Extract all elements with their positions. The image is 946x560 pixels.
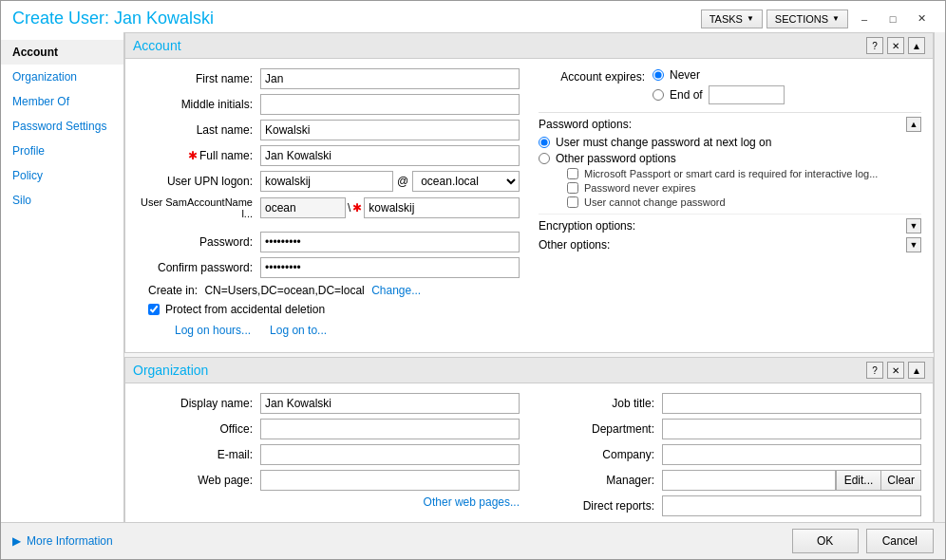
pw-title: Password options: [539, 118, 632, 131]
sam-label: User SamAccountName l... [137, 196, 260, 219]
upn-row: User UPN logon: @ ocean.local [137, 171, 520, 192]
pw-cannot-change-checkbox[interactable] [567, 196, 578, 208]
title-bar: Create User: Jan Kowalski TASKS ▼ SECTIO… [1, 1, 945, 32]
manager-row: Manager: Edit... Clear [539, 470, 921, 491]
org-form-left: Display name: Office: E-mail: [137, 393, 520, 521]
minimize-button[interactable]: – [852, 9, 877, 28]
job-title-row: Job title: [539, 393, 921, 414]
content-area: Account ? ✕ ▲ First name: [124, 32, 934, 522]
create-in-path: CN=Users,DC=ocean,DC=local [204, 284, 364, 297]
pw-passport-option: Microsoft Passport or smart card is requ… [539, 168, 921, 179]
other-options-row: Other options: ▼ [539, 237, 921, 252]
bottom-bar: ▶ More Information OK Cancel [1, 522, 945, 559]
account-close-button[interactable]: ✕ [887, 37, 904, 54]
pw-never-expires-option: Password never expires [539, 182, 921, 194]
web-page-input[interactable] [260, 470, 520, 491]
encryption-options-row: Encryption options: ▼ [539, 214, 921, 233]
ae-endof-option: End of [653, 85, 785, 104]
account-form-right: Account expires: Never End of [539, 68, 921, 343]
sidebar-item-account[interactable]: Account [1, 40, 123, 65]
pw-other-options-radio[interactable] [539, 153, 550, 164]
account-form-grid: First name: Middle initials: Last name: [137, 68, 921, 343]
company-input[interactable] [662, 444, 921, 465]
close-button[interactable]: ✕ [909, 9, 934, 28]
sam-domain-input[interactable] [260, 197, 346, 218]
department-label: Department: [539, 422, 662, 436]
logon-to-button[interactable]: Log on to... [270, 324, 327, 337]
sidebar-item-password-settings[interactable]: Password Settings [1, 114, 123, 139]
department-input[interactable] [662, 419, 921, 439]
ae-endof-input[interactable] [709, 85, 785, 104]
main-window: Create User: Jan Kowalski TASKS ▼ SECTIO… [0, 0, 946, 560]
ae-never-option: Never [653, 68, 785, 82]
first-name-row: First name: [137, 68, 520, 89]
sidebar: Account Organization Member Of Password … [1, 32, 124, 522]
email-label: E-mail: [137, 448, 260, 461]
other-options-collapse-button[interactable]: ▼ [906, 237, 921, 252]
pw-must-change-radio[interactable] [539, 137, 550, 148]
password-input[interactable] [260, 232, 520, 252]
more-info-arrow-icon: ▶ [12, 534, 21, 548]
ae-endof-radio[interactable] [653, 89, 664, 101]
logon-hours-button[interactable]: Log on hours... [175, 324, 251, 337]
sidebar-item-silo[interactable]: Silo [1, 188, 123, 213]
org-help-button[interactable]: ? [866, 362, 883, 379]
account-section-controls: ? ✕ ▲ [866, 37, 925, 54]
pw-header: Password options: ▲ [539, 117, 921, 132]
account-help-button[interactable]: ? [866, 37, 883, 54]
account-collapse-button[interactable]: ▲ [908, 37, 925, 54]
upn-user-input[interactable] [260, 171, 393, 192]
org-collapse-button[interactable]: ▲ [908, 362, 925, 379]
pw-passport-checkbox[interactable] [567, 168, 578, 179]
other-web-pages-button[interactable]: Other web pages... [424, 495, 520, 509]
cancel-button[interactable]: Cancel [866, 529, 934, 553]
display-name-input[interactable] [260, 393, 520, 414]
scrollbar[interactable] [934, 32, 945, 522]
sidebar-item-profile[interactable]: Profile [1, 139, 123, 163]
org-close-button[interactable]: ✕ [887, 362, 904, 379]
protect-checkbox[interactable] [148, 304, 160, 315]
other-web-pages-row: Other web pages... [137, 495, 520, 509]
full-name-row: ✱Full name: [137, 145, 520, 166]
middle-initials-input[interactable] [260, 94, 520, 115]
account-section-header: Account ? ✕ ▲ [125, 33, 933, 59]
upn-label: User UPN logon: [137, 175, 260, 188]
email-input[interactable] [260, 444, 520, 465]
job-title-input[interactable] [662, 393, 921, 414]
office-row: Office: [137, 419, 520, 439]
sections-button[interactable]: SECTIONS ▼ [766, 9, 848, 28]
sidebar-item-organization[interactable]: Organization [1, 65, 123, 89]
last-name-label: Last name: [137, 123, 260, 137]
manager-input[interactable] [662, 470, 836, 491]
sidebar-item-member-of[interactable]: Member Of [1, 89, 123, 114]
manager-edit-button[interactable]: Edit... [836, 470, 882, 491]
maximize-button[interactable]: □ [880, 9, 905, 28]
last-name-row: Last name: [137, 120, 520, 140]
web-page-label: Web page: [137, 474, 260, 487]
encryption-collapse-button[interactable]: ▼ [906, 218, 921, 233]
sidebar-item-policy[interactable]: Policy [1, 163, 123, 188]
sam-sep: \ [348, 201, 350, 215]
more-info-button[interactable]: ▶ More Information [12, 534, 113, 548]
tasks-button[interactable]: TASKS ▼ [701, 9, 763, 28]
protect-row: Protect from accidental deletion [148, 303, 520, 316]
display-name-row: Display name: [137, 393, 520, 414]
pw-collapse-button[interactable]: ▲ [906, 117, 921, 132]
change-link[interactable]: Change... [371, 284, 421, 297]
sam-user-input[interactable] [364, 197, 520, 218]
organization-section-body: Display name: Office: E-mail: [125, 383, 933, 522]
upn-domain-select[interactable]: ocean.local [412, 171, 520, 192]
main-content: Account Organization Member Of Password … [1, 32, 945, 522]
create-in-row: Create in: CN=Users,DC=ocean,DC=local Ch… [137, 284, 520, 297]
ae-never-radio[interactable] [653, 69, 664, 81]
tasks-dropdown-icon: ▼ [747, 14, 754, 23]
ok-button[interactable]: OK [792, 529, 859, 553]
pw-never-expires-checkbox[interactable] [567, 182, 578, 194]
full-name-input[interactable] [260, 145, 520, 166]
office-input[interactable] [260, 419, 520, 439]
company-label: Company: [539, 448, 662, 461]
confirm-password-input[interactable] [260, 257, 520, 278]
manager-clear-button[interactable]: Clear [881, 470, 921, 491]
last-name-input[interactable] [260, 120, 520, 140]
first-name-input[interactable] [260, 68, 520, 89]
